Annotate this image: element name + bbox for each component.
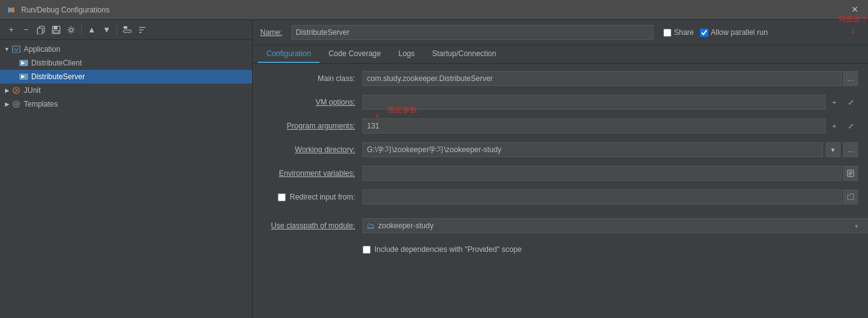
main-class-label: Main class: — [263, 74, 363, 83]
share-label: Share — [674, 28, 694, 37]
main-layout: + − ▲ — [0, 20, 868, 318]
svg-rect-1 — [11, 7, 14, 12]
right-panel-wrapper: Name: Share Allow parallel run 勾选这个 ↓ — [253, 20, 868, 318]
vm-options-row: VM options: + ⤢ — [263, 94, 858, 111]
svg-rect-6 — [54, 31, 59, 33]
distribute-server-label: DistributeServer — [31, 72, 85, 81]
include-deps-checkbox-label[interactable]: Include dependencies with "Provided" sco… — [363, 245, 522, 254]
junit-icon — [11, 85, 21, 95]
name-input[interactable] — [291, 25, 653, 40]
tree-item-templates[interactable]: ▶ Templates — [0, 97, 252, 111]
redirect-input-row: Redirect input from: — [263, 188, 858, 206]
redirect-input-field[interactable] — [363, 190, 842, 205]
classpath-module-row: Use classpath of module: 🗂 zookeeper-stu… — [263, 217, 858, 234]
main-class-input[interactable] — [363, 71, 842, 86]
main-class-browse-button[interactable]: … — [843, 71, 858, 86]
run-config-icon-server — [19, 72, 29, 82]
svg-rect-13 — [12, 46, 20, 52]
vm-options-input[interactable] — [363, 95, 826, 110]
redirect-input-label: Redirect input from: — [290, 193, 355, 201]
redirect-input-browse-button[interactable] — [843, 190, 858, 205]
allow-parallel-checkbox[interactable] — [700, 29, 708, 37]
title-bar: Run/Debug Configurations ✕ — [0, 0, 868, 20]
include-deps-row: Include dependencies with "Provided" sco… — [263, 241, 858, 258]
tree-item-junit[interactable]: ▶ JUnit — [0, 84, 252, 97]
title-bar-icon — [6, 5, 16, 15]
settings-button[interactable] — [65, 24, 77, 36]
classpath-module-select[interactable]: zookeeper-study — [363, 218, 868, 233]
templates-label: Templates — [24, 100, 58, 108]
tab-startup-connection[interactable]: Startup/Connection — [423, 46, 505, 63]
share-checkbox-label[interactable]: Share — [663, 28, 694, 37]
expand-arrow-templates: ▶ — [2, 100, 11, 108]
tree-item-distribute-server[interactable]: DistributeServer — [0, 70, 252, 84]
working-dir-browse-button[interactable]: … — [843, 142, 858, 157]
sidebar: + − ▲ — [0, 20, 253, 318]
remove-config-button[interactable]: − — [20, 24, 32, 36]
include-deps-label: Include dependencies with "Provided" sco… — [374, 245, 522, 254]
allow-parallel-checkbox-label[interactable]: Allow parallel run — [700, 28, 768, 37]
vm-options-expand-button[interactable]: ⤢ — [843, 95, 858, 110]
svg-rect-9 — [124, 30, 131, 32]
env-vars-label: Environment variables: — [263, 169, 363, 178]
program-args-label: Program arguments: — [263, 122, 363, 130]
templates-icon — [11, 99, 21, 109]
title-bar-title: Run/Debug Configurations — [21, 6, 109, 14]
application-icon — [11, 44, 21, 54]
share-checkbox[interactable] — [663, 29, 671, 37]
svg-rect-8 — [124, 26, 127, 29]
config-content: Main class: … VM options: + ⤢ Program ar… — [253, 64, 868, 318]
run-config-icon-client — [19, 58, 29, 68]
include-deps-checkbox[interactable] — [363, 246, 371, 254]
env-vars-row: Environment variables: — [263, 165, 858, 182]
tab-logs[interactable]: Logs — [389, 46, 423, 63]
program-args-add-button[interactable]: + — [827, 118, 842, 133]
vm-options-add-button[interactable]: + — [827, 95, 842, 110]
redirect-input-checkbox-label[interactable]: Redirect input from: — [278, 193, 355, 201]
save-config-button[interactable] — [50, 24, 62, 36]
svg-point-7 — [70, 28, 73, 31]
vm-options-label: VM options: — [263, 98, 363, 107]
move-up-button[interactable]: ▲ — [85, 24, 98, 36]
sidebar-toolbar: + − ▲ — [0, 20, 252, 40]
tab-code-coverage[interactable]: Code Coverage — [319, 46, 389, 63]
svg-point-18 — [13, 87, 19, 94]
tree-item-application[interactable]: ▼ Application — [0, 42, 252, 56]
working-dir-label: Working directory: — [263, 145, 363, 154]
tree-item-distribute-client[interactable]: DistributeClient — [0, 56, 252, 70]
tab-configuration[interactable]: Configuration — [258, 46, 319, 63]
sort-button[interactable] — [136, 24, 149, 36]
expand-arrow-junit: ▶ — [2, 86, 11, 95]
annotation-arrow: ↓ — [851, 24, 856, 36]
program-args-row: Program arguments: 指定参数 ↙ + ⤢ — [263, 117, 858, 135]
config-tree: ▼ Application DistributeClient — [0, 40, 252, 318]
tabs-bar: Configuration Code Coverage Logs Startup… — [253, 46, 868, 64]
program-args-input[interactable] — [363, 118, 826, 133]
distribute-client-label: DistributeClient — [31, 59, 82, 67]
close-button[interactable]: ✕ — [849, 4, 861, 15]
working-dir-dropdown-button[interactable]: ▾ — [826, 142, 841, 157]
classpath-module-label: Use classpath of module: — [263, 221, 363, 230]
env-vars-browse-button[interactable] — [843, 166, 858, 181]
working-dir-input[interactable] — [363, 142, 823, 157]
copy-config-button[interactable] — [35, 24, 47, 36]
expand-arrow-application: ▼ — [2, 45, 11, 54]
svg-rect-5 — [54, 26, 57, 29]
working-dir-row: Working directory: ▾ … — [263, 141, 858, 158]
move-down-button[interactable]: ▼ — [100, 24, 113, 36]
add-config-button[interactable]: + — [5, 24, 17, 36]
redirect-input-checkbox[interactable] — [278, 193, 286, 201]
program-args-expand-button[interactable]: ⤢ — [843, 118, 858, 133]
main-class-row: Main class: … — [263, 70, 858, 87]
env-vars-input[interactable] — [363, 166, 842, 181]
junit-label: JUnit — [24, 86, 41, 95]
svg-rect-3 — [37, 28, 42, 34]
allow-parallel-label: Allow parallel run — [711, 28, 768, 37]
application-label: Application — [24, 45, 61, 54]
name-label: Name: — [260, 28, 291, 37]
move-to-button[interactable] — [121, 24, 134, 36]
